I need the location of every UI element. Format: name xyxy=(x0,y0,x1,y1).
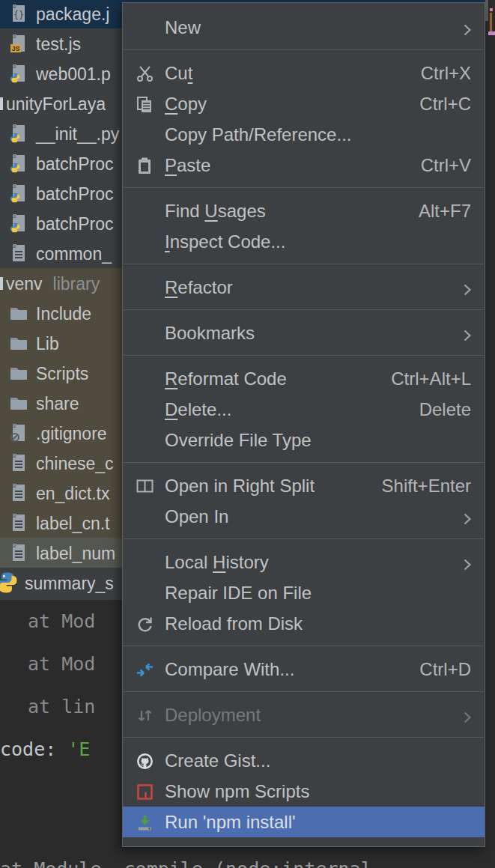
tree-item-label: batchProc xyxy=(36,149,114,179)
menu-item-open-in-right-split[interactable]: Open in Right SplitShift+Enter xyxy=(123,470,485,501)
menu-item-label: Show npm Scripts xyxy=(165,776,309,807)
scrollbar-thumb[interactable] xyxy=(485,0,488,21)
install-icon xyxy=(136,813,154,831)
text-file-icon xyxy=(9,513,28,532)
python-icon xyxy=(0,571,15,591)
text-file-icon xyxy=(9,543,28,562)
tree-item-label: summary_s xyxy=(25,568,114,598)
menu-separator xyxy=(124,49,484,50)
github-icon xyxy=(136,751,154,770)
console-line: at Mod xyxy=(28,610,95,632)
editor-strip xyxy=(485,0,495,600)
menu-item-compare-with[interactable]: Compare With...Ctrl+D xyxy=(123,654,485,685)
error-stripe-mark xyxy=(488,31,495,35)
menu-item-find-usages[interactable]: Find UsagesAlt+F7 xyxy=(123,195,485,226)
tree-item-label: venv xyxy=(6,269,43,299)
menu-item-label: Open in Right Split xyxy=(165,470,315,501)
console-partial-line: at Module._compile (node:internal xyxy=(0,858,372,868)
folder-icon xyxy=(9,393,28,413)
menu-item-repair-ide-on-file[interactable]: Repair IDE on File xyxy=(123,577,485,608)
js-file-icon: JS xyxy=(9,34,28,53)
menu-item-label: Repair IDE on File xyxy=(165,577,312,608)
menu-item-new[interactable]: New xyxy=(123,12,485,43)
menu-separator xyxy=(124,187,484,188)
menu-item-paste[interactable]: PasteCtrl+V xyxy=(123,150,485,180)
console-line: at lin xyxy=(28,696,95,717)
tree-item-label: Include xyxy=(36,299,91,329)
menu-item-label: Create Gist... xyxy=(165,745,270,776)
tree-item-label: label_num xyxy=(36,538,115,568)
menu-item-delete[interactable]: Delete...Delete xyxy=(123,394,485,425)
console-text-segment: 'E xyxy=(67,738,90,760)
menu-item-label: Copy xyxy=(165,88,207,119)
folder-icon xyxy=(9,303,28,323)
compare-icon xyxy=(136,660,154,679)
menu-item-inspect-code[interactable]: Inspect Code... xyxy=(123,226,485,257)
menu-item-label: Bookmarks xyxy=(165,318,255,348)
console-text-segment: code: xyxy=(0,738,67,760)
tree-item-label: Lib xyxy=(36,329,59,359)
menu-item-create-gist[interactable]: Create Gist... xyxy=(123,745,485,776)
menu-item-label: Deployment xyxy=(165,699,261,730)
split-icon xyxy=(136,476,154,495)
reload-icon xyxy=(136,614,154,633)
menu-item-label: Open In xyxy=(165,501,228,532)
menu-item-shortcut: Delete xyxy=(419,394,471,425)
tree-item-label: package.j xyxy=(36,0,109,29)
python-file-icon xyxy=(9,183,28,203)
menu-item-open-in[interactable]: Open In xyxy=(123,501,485,532)
tree-item-label: batchProc xyxy=(36,209,114,239)
menu-item-label: Reformat Code xyxy=(165,363,287,394)
menu-item-copy[interactable]: CopyCtrl+C xyxy=(123,88,485,119)
menu-item-label: Refactor xyxy=(165,272,233,303)
json-file-icon: {} xyxy=(9,4,28,23)
folder-icon xyxy=(9,333,28,353)
tree-item-label: test.js xyxy=(36,29,81,59)
menu-item-label: Delete... xyxy=(165,394,231,425)
python-file-icon xyxy=(9,64,28,83)
python-file-icon xyxy=(9,124,28,143)
menu-item-reload-from-disk[interactable]: Reload from Disk xyxy=(123,608,485,639)
menu-item-override-file-type[interactable]: Override File Type xyxy=(123,425,485,455)
menu-separator xyxy=(124,309,484,310)
svg-text:{}: {} xyxy=(13,10,24,20)
menu-item-label: Override File Type xyxy=(165,425,312,455)
paste-icon xyxy=(136,156,154,174)
submenu-chevron-icon xyxy=(459,324,476,341)
menu-item-reformat-code[interactable]: Reformat CodeCtrl+Alt+L xyxy=(123,363,485,394)
copy-icon xyxy=(136,94,154,113)
tree-item-label: .gitignore xyxy=(36,419,107,449)
menu-separator xyxy=(124,691,484,692)
tree-item-label: batchProc xyxy=(36,179,114,209)
menu-item-deployment: Deployment xyxy=(123,699,485,730)
menu-item-copy-path-reference[interactable]: Copy Path/Reference... xyxy=(123,119,485,150)
submenu-chevron-icon xyxy=(459,19,476,35)
console-line: at Mod xyxy=(28,653,95,675)
menu-item-label: Find Usages xyxy=(165,195,266,226)
tree-item-label: Scripts xyxy=(36,359,88,389)
menu-separator xyxy=(124,737,484,738)
menu-item-shortcut: Ctrl+V xyxy=(421,150,471,180)
menu-item-cut[interactable]: CutCtrl+X xyxy=(123,58,485,88)
folder-icon xyxy=(0,277,3,290)
text-file-icon xyxy=(9,243,28,263)
text-file-icon xyxy=(9,483,28,503)
folder-icon xyxy=(0,97,3,110)
menu-item-label: Cut xyxy=(165,58,192,88)
tree-item-label: __init__.py xyxy=(36,119,119,149)
menu-item-shortcut: Alt+F7 xyxy=(419,195,471,226)
console-line-code: code: 'E xyxy=(0,738,90,760)
menu-item-local-history[interactable]: Local History xyxy=(123,547,485,577)
menu-item-bookmarks[interactable]: Bookmarks xyxy=(123,318,485,348)
menu-separator xyxy=(124,646,484,646)
menu-item-run-npm-install[interactable]: Run 'npm install' xyxy=(123,807,485,837)
menu-item-label: New xyxy=(165,12,201,43)
menu-item-shortcut: Ctrl+D xyxy=(419,654,471,685)
menu-item-refactor[interactable]: Refactor xyxy=(123,272,485,303)
menu-item-shortcut: Ctrl+C xyxy=(419,88,471,119)
menu-separator xyxy=(124,264,484,264)
menu-item-show-npm-scripts[interactable]: Show npm Scripts xyxy=(123,776,485,807)
menu-item-shortcut: Shift+Enter xyxy=(382,470,471,501)
submenu-chevron-icon xyxy=(459,706,476,723)
python-file-icon xyxy=(9,154,28,173)
